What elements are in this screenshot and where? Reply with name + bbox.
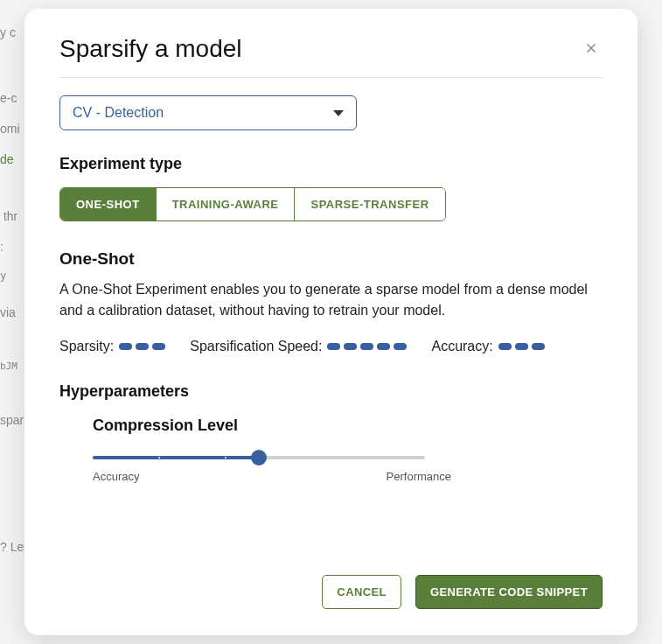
- modal-footer: CANCEL GENERATE CODE SNIPPET: [322, 575, 603, 609]
- metric-sparsity-label: Sparsity:: [59, 339, 114, 354]
- slider-fill: [93, 456, 259, 459]
- slider-endpoints: Accuracy Performance: [93, 470, 451, 483]
- metrics-row: Sparsity: Sparsification Speed: Accuracy…: [59, 339, 603, 354]
- tab-sparse-transfer[interactable]: SPARSE-TRANSFER: [295, 188, 444, 220]
- model-type-select[interactable]: CV - Detection: [59, 95, 357, 130]
- tab-training-aware[interactable]: TRAINING-AWARE: [157, 188, 296, 220]
- experiment-type-tabs: ONE-SHOT TRAINING-AWARE SPARSE-TRANSFER: [59, 187, 446, 221]
- select-value: CV - Detection: [73, 105, 164, 121]
- close-button[interactable]: [580, 37, 603, 62]
- experiment-type-heading: Experiment type: [59, 155, 603, 173]
- metric-speed-label: Sparsification Speed:: [190, 339, 322, 354]
- metric-sparsity: Sparsity:: [59, 339, 165, 354]
- sparsity-pills: [119, 343, 165, 350]
- chevron-down-icon: [333, 110, 344, 116]
- close-icon: [583, 40, 599, 56]
- generate-code-button[interactable]: GENERATE CODE SNIPPET: [415, 575, 603, 609]
- modal-header: Sparsify a model: [59, 35, 603, 78]
- cancel-button[interactable]: CANCEL: [322, 575, 401, 609]
- compression-level-label: Compression Level: [93, 416, 594, 435]
- metric-speed: Sparsification Speed:: [190, 339, 407, 354]
- sparsify-modal: Sparsify a model CV - Detection Experime…: [24, 9, 638, 635]
- speed-pills: [327, 343, 407, 350]
- hyperparameters-section: Hyperparameters Compression Level Accura…: [59, 382, 603, 483]
- one-shot-description: A One-Shot Experiment enables you to gen…: [59, 279, 603, 321]
- hyperparameters-heading: Hyperparameters: [59, 382, 603, 401]
- tab-one-shot[interactable]: ONE-SHOT: [60, 188, 157, 220]
- one-shot-heading: One-Shot: [59, 249, 603, 269]
- metric-accuracy: Accuracy:: [431, 339, 544, 354]
- compression-slider[interactable]: [93, 456, 425, 459]
- slider-right-label: Performance: [387, 470, 451, 483]
- modal-title: Sparsify a model: [59, 35, 242, 63]
- accuracy-pills: [498, 343, 545, 350]
- slider-thumb[interactable]: [251, 450, 267, 466]
- slider-left-label: Accuracy: [93, 470, 139, 483]
- metric-accuracy-label: Accuracy:: [431, 339, 492, 354]
